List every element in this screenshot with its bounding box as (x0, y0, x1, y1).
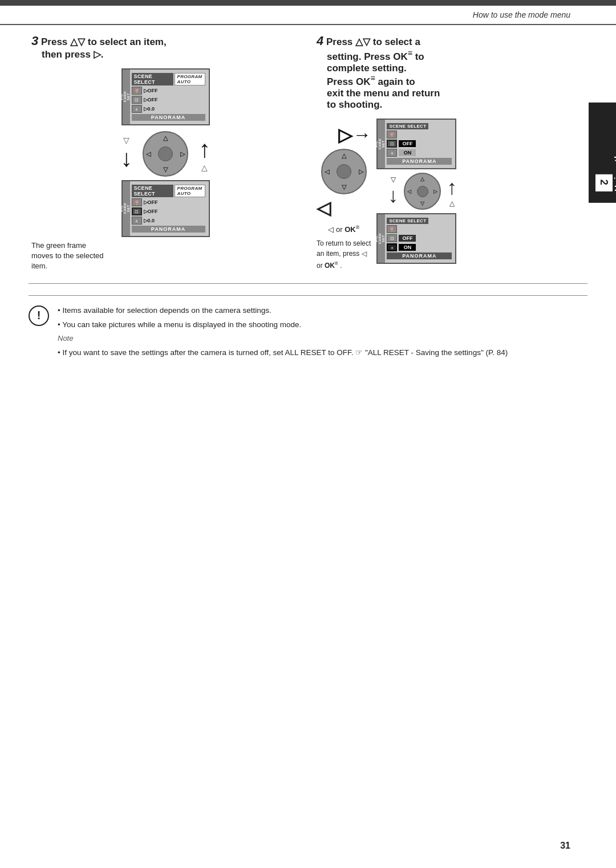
left-column: 3 Press △▽ to select an item, then press… (31, 34, 299, 272)
screen3-row2-opt1: OFF (399, 140, 416, 147)
dpad2-up: △ (342, 152, 346, 160)
right-arrow-area: ▷ → (317, 124, 371, 146)
left-arrow: ◁ (317, 197, 331, 219)
screen1-row2-icon: ⊡ (132, 96, 142, 104)
right-column: 4 Press △▽ to select a setting. Press OK… (317, 34, 585, 272)
dpad2-center (337, 164, 351, 179)
screen1-side-labels: SET CARD PIC CAMERA (123, 70, 130, 124)
middle-dpad-area: ▷ → △ ▽ ◁ ▷ ◁ (317, 119, 371, 271)
ok-note: To return to select an item, press ◁ or … (317, 238, 371, 271)
step4-block: 4 Press △▽ to select a setting. Press OK… (317, 34, 585, 111)
step3-heading: 3 Press △▽ to select an item, then press… (31, 34, 299, 60)
screen2-title-light: PROGRAMAUTO (175, 185, 205, 197)
screen1-row2-val: ▷OFF (144, 97, 158, 103)
dpad-up: △ (163, 135, 168, 142)
screen3-side-labels: SET CARD PIC CAMERA (378, 120, 385, 168)
dpad3-center (417, 186, 428, 197)
screen2-side-labels: SET CARD PIC CAMERA (123, 181, 130, 236)
note-item-1: • Items available for selection depends … (58, 304, 508, 317)
screen3-row2-icon: ⊡ (387, 140, 397, 148)
screen2-panorama: PANORAMA (132, 226, 205, 233)
dpad-control: △ ▽ ◁ ▷ (143, 131, 188, 177)
dpad-left: ◁ (146, 150, 151, 158)
screen1-row3-icon: ± (132, 105, 142, 113)
down-arrow-right: ▽ ↓ (388, 176, 398, 207)
up-arrow-right: ↑ △ (447, 176, 457, 207)
note-content: • Items available for selection depends … (58, 304, 508, 360)
page-header: How to use the mode menu (0, 6, 616, 25)
big-down-arrow: ↓ (120, 145, 132, 172)
header-title: How to use the mode menu (473, 10, 570, 19)
dpad-control-3: △ ▽ ◁ ▷ (404, 173, 441, 210)
right-arrow: ▷ (338, 124, 352, 146)
screen3-title: SCENE SELECT (387, 123, 428, 129)
note-item-3: • If you want to save the settings after… (58, 347, 508, 360)
top-bar (0, 0, 616, 6)
screen2-row1-icon: 🌷 (132, 198, 142, 206)
step3-block: 3 Press △▽ to select an item, then press… (31, 34, 299, 60)
step3-subheading: then press ▷. (42, 49, 103, 60)
screen1-title-dark: SCENE SELECT (132, 73, 173, 85)
screen4-row3-icon: ± (387, 243, 397, 251)
note-section: ! • Items available for selection depend… (29, 295, 587, 361)
page-number: 31 (560, 841, 570, 851)
note-label: Note (58, 332, 78, 345)
step4-number: 4 (317, 34, 323, 48)
screen3-row3-opt1: ON (399, 149, 416, 156)
chapter-label: Using the menus (613, 114, 616, 191)
up-arrow-right: ↑ △ (198, 136, 210, 172)
step3-number: 3 (31, 34, 38, 48)
dpad2-left: ◁ (325, 168, 329, 176)
vertical-nav: ▽ ↓ △ ▽ ◁ ▷ ↑ △ (388, 173, 457, 210)
big-up-arrow: ↑ (198, 136, 210, 163)
chapter-number: 2 (595, 174, 613, 191)
dpad3-up: △ (420, 176, 424, 182)
screen1-row1-icon: 🌷 (132, 87, 142, 95)
step4-heading: 4 Press △▽ to select a setting. Press OK… (317, 34, 585, 111)
dpad3-down: ▽ (420, 201, 424, 206)
screen1-title-light: PROGRAMAUTO (175, 73, 205, 85)
dpad-center (158, 146, 173, 161)
right-content-area: ▷ → △ ▽ ◁ ▷ ◁ (317, 119, 585, 271)
screen1-row1-val: ▷OFF (144, 88, 158, 93)
camera-screen-1: SET CARD PIC CAMERA SCENE SELECT PROGRAM… (121, 68, 210, 125)
dpad3-right: ▷ (433, 189, 437, 194)
caption-green-frame: The green frame moves to the selected it… (31, 241, 299, 272)
dpad3-left: ◁ (407, 189, 411, 194)
screen2-row3-icon: ± (132, 217, 142, 225)
dpad-section-top: ▽ ↓ △ ▽ ◁ ▷ ↑ △ (31, 131, 299, 177)
screen3-panorama: PANORAMA (387, 158, 452, 165)
note-label-row: Note (58, 332, 508, 345)
dpad-right: ▷ (180, 150, 185, 158)
note-content-wrap: • Items available for selection depends … (58, 304, 508, 361)
right-arrow2: → (352, 124, 371, 146)
dpad-down: ▽ (163, 166, 168, 173)
big-down-arrow-2: ↓ (388, 184, 398, 207)
screen2-row2-icon: ⊡ (132, 207, 142, 215)
note-icon: ! (29, 305, 49, 326)
screen3-row3-icon: ± (387, 149, 397, 157)
screen1-row3-val: ▷0.0 (144, 106, 155, 112)
main-content: 3 Press △▽ to select an item, then press… (0, 25, 616, 278)
screen4-panorama: PANORAMA (387, 252, 452, 259)
dpad2-right: ▷ (359, 168, 363, 176)
camera-screen-2: SET CARD PIC CAMERA SCENE SELECT PROGRAM… (121, 180, 210, 237)
left-arrow-area: ◁ (317, 197, 371, 219)
camera-screen-3: SET CARD PIC CAMERA SCENE SELECT 🌷 (376, 119, 456, 169)
ok-caption: ◁ or OK≡ (328, 222, 359, 235)
screen4-row3-opt1: ON (399, 244, 416, 251)
screen2-title-dark: SCENE SELECT (132, 185, 173, 197)
big-up-arrow-2: ↑ (447, 176, 457, 199)
section-divider (29, 283, 587, 284)
screen4-row1-icon: 🌷 (387, 225, 397, 233)
screen1-panorama: PANORAMA (132, 114, 205, 121)
screen4-title: SCENE SELECT (387, 218, 428, 224)
screen4-row2-icon: ⊡ (387, 234, 397, 242)
screen4-row2-opt1: OFF (399, 235, 416, 242)
down-arrow-left: ▽ ↓ (120, 136, 132, 172)
screen2-row2-val: ▷OFF (144, 209, 158, 214)
dpad2-down: ▽ (342, 184, 346, 191)
screen4-side-labels: SET CARD PIC CAMERA (378, 214, 385, 263)
camera-screen-4: SET CARD PIC CAMERA SCENE SELECT 🌷 (376, 213, 456, 264)
screen3-row1-icon: 🌷 (387, 131, 397, 138)
